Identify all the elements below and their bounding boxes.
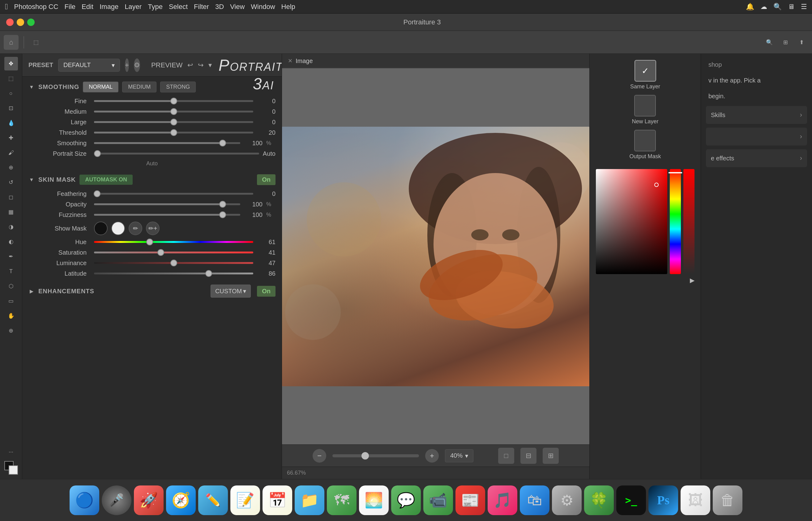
menu-3d[interactable]: 3D [215, 3, 224, 11]
smoothing-toggle[interactable]: ▼ [28, 84, 35, 90]
dock-appstore-icon[interactable]: 🛍 [520, 485, 549, 515]
zoom-slider[interactable] [332, 454, 419, 457]
luminance-slider[interactable] [94, 259, 253, 267]
pen-tool-icon[interactable]: ✒ [4, 250, 18, 263]
menu-type[interactable]: Type [148, 3, 163, 11]
history-brush-icon[interactable]: ↺ [4, 176, 18, 189]
saturation-slider[interactable] [94, 249, 253, 256]
eyedropper-tool-icon[interactable]: 💧 [4, 116, 18, 130]
marquee-tool-icon[interactable]: ⬚ [29, 36, 43, 49]
mask-pen-plus-button[interactable]: ✏+ [146, 222, 159, 235]
menu-window[interactable]: Window [251, 3, 275, 11]
more-tools-icon[interactable]: ··· [4, 445, 18, 458]
same-layer-checkbox[interactable]: ✓ [635, 60, 656, 82]
latitude-slider[interactable] [94, 270, 253, 277]
output-mask-checkbox[interactable] [634, 130, 656, 152]
brush-tool-icon[interactable]: 🖌 [4, 146, 18, 159]
same-layer-option[interactable]: ✓ Same Layer [630, 60, 660, 90]
dock-messages-icon[interactable]: 💬 [391, 485, 421, 515]
preset-settings-button[interactable]: ⚙ [134, 59, 140, 72]
dock-finder-icon[interactable]: 🔵 [70, 485, 99, 515]
path-tool-icon[interactable]: ⬡ [4, 279, 18, 293]
dock-music-icon[interactable]: 🎵 [488, 485, 517, 515]
split-view-button[interactable]: ⊞ [543, 448, 559, 464]
dock-terminal-icon[interactable]: >_ [616, 485, 646, 515]
opacity-slider[interactable] [94, 201, 240, 208]
redo-alt-button[interactable]: ▾ [209, 59, 212, 72]
spectrum-arrow-icon[interactable]: ▶ [690, 276, 695, 284]
portrait-size-slider[interactable] [94, 150, 259, 157]
hue-slider[interactable] [94, 238, 253, 246]
dock-calendar-icon[interactable]: 📅 [263, 485, 292, 515]
dual-view-button[interactable]: ⊟ [521, 448, 536, 464]
eraser-tool-icon[interactable]: ◻ [4, 190, 18, 204]
gradient-tool-icon[interactable]: ▦ [4, 205, 18, 219]
normal-button[interactable]: NORMAL [83, 82, 118, 92]
close-button[interactable] [6, 19, 14, 26]
dock-safari-icon[interactable]: 🧭 [166, 485, 196, 515]
medium-slider[interactable] [94, 108, 253, 115]
new-layer-option[interactable]: New Layer [632, 95, 658, 125]
fuzziness-slider[interactable] [94, 211, 240, 219]
menu-image[interactable]: Image [100, 3, 118, 11]
canvas-image-container[interactable] [282, 69, 589, 444]
dock-siri-icon[interactable]: 🎤 [102, 485, 131, 515]
automask-button[interactable]: AUTOMASK ON [80, 175, 133, 185]
dock-codepoint-icon[interactable]: 🍀 [584, 485, 614, 515]
zoom-dropdown[interactable]: 40% ▾ [445, 449, 474, 462]
selection-tool-icon[interactable]: ⬚ [4, 72, 18, 85]
dock-rocket-icon[interactable]: 🚀 [134, 485, 163, 515]
mask-black-button[interactable] [94, 222, 108, 235]
fine-slider[interactable] [94, 97, 253, 105]
smoothing-slider[interactable] [94, 139, 240, 147]
panels-icon[interactable]: ⊞ [778, 36, 792, 49]
menu-photoshop[interactable]: Photoshop CC [14, 3, 59, 11]
dock-photoshop-icon[interactable]: Ps [649, 485, 678, 515]
custom-dropdown-button[interactable]: CUSTOM ▾ [211, 285, 251, 298]
color-gradient[interactable] [596, 169, 667, 274]
preset-add-button[interactable]: + [125, 59, 129, 72]
mask-pen-button[interactable]: ✏ [129, 222, 142, 235]
dock-preview-icon[interactable]: 🖼 [681, 485, 710, 515]
skin-mask-on-badge[interactable]: On [257, 174, 276, 185]
search-menubar-icon[interactable]: 🔍 [773, 3, 782, 11]
output-mask-option[interactable]: Output Mask [629, 130, 661, 160]
crop-tool-icon[interactable]: ⊡ [4, 101, 18, 115]
skin-mask-toggle[interactable]: ▼ [28, 177, 35, 183]
large-slider[interactable] [94, 118, 253, 126]
dock-photos-icon[interactable]: 🌅 [359, 485, 389, 515]
hand-tool-icon[interactable]: ✋ [4, 309, 18, 323]
menu-file[interactable]: File [65, 3, 75, 11]
dock-trash-icon[interactable]: 🗑 [713, 485, 742, 515]
cloud-icon[interactable]: ☁ [760, 3, 767, 11]
clone-tool-icon[interactable]: ⊕ [4, 161, 18, 174]
menu-filter[interactable]: Filter [194, 3, 209, 11]
new-layer-checkbox[interactable] [634, 95, 656, 116]
threshold-slider[interactable] [94, 129, 253, 136]
dock-prefs-icon[interactable]: ⚙ [552, 485, 581, 515]
dock-maps-icon[interactable]: 🗺 [327, 485, 356, 515]
dock-notes-icon[interactable]: 📝 [231, 485, 260, 515]
strong-button[interactable]: STRONG [160, 82, 196, 92]
display-icon[interactable]: 🖥 [788, 3, 795, 11]
type-tool-icon[interactable]: T [4, 265, 18, 278]
maximize-button[interactable] [27, 19, 35, 26]
minimize-button[interactable] [17, 19, 24, 26]
menu-select[interactable]: Select [169, 3, 188, 11]
background-color[interactable] [9, 466, 18, 475]
enhancements-toggle[interactable]: ▶ [28, 288, 35, 294]
expand-icon[interactable]: ⬆ [795, 36, 808, 49]
blank-panel-item[interactable]: › [706, 128, 807, 145]
single-view-button[interactable]: □ [498, 448, 514, 464]
zoom-in-button[interactable]: + [425, 449, 439, 462]
dock-facetime-icon[interactable]: 📹 [423, 485, 453, 515]
notification-icon[interactable]: 🔔 [746, 3, 754, 11]
menu-help[interactable]: Help [281, 3, 295, 11]
menu-edit[interactable]: Edit [82, 3, 93, 11]
tab-close-icon[interactable]: ✕ [287, 58, 293, 64]
dock-pixelmator-icon[interactable]: ✏️ [198, 485, 228, 515]
list-icon[interactable]: ☰ [801, 3, 807, 11]
undo-button[interactable]: ↩ [188, 59, 193, 72]
mask-white-button[interactable] [111, 222, 125, 235]
lasso-tool-icon[interactable]: ○ [4, 87, 18, 100]
